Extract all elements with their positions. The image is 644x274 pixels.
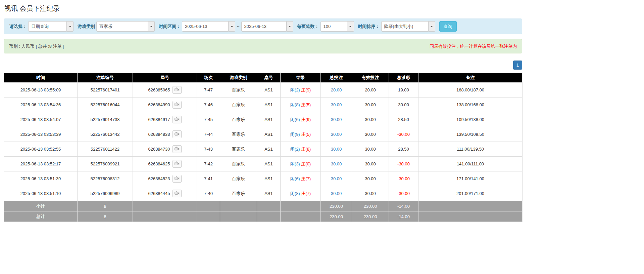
result-banker: 庄(5) [301,102,311,107]
date-from-dropdown-button[interactable] [229,21,235,32]
total-bet-link[interactable]: 30.00 [331,176,342,181]
cell-result: 闲(6) 庄(9) [281,112,321,127]
video-icon [175,161,180,167]
cell-time: 2025-06-13 03:54:07 [4,112,78,127]
total-row: 总计 8 230.00 230.00 -14.00 [4,211,523,222]
cell-total-bet: 30.00 [321,157,352,171]
game-type-input[interactable] [96,21,148,32]
select-type-input[interactable] [28,21,67,32]
result-player: 闲(9) [290,132,300,137]
round-number: 626384917 [148,117,170,122]
view-round-video-button[interactable] [172,175,182,183]
game-type-combo [96,21,155,32]
total-bet-link[interactable]: 20.00 [331,87,342,92]
cell-valid-bet: 30.00 [352,186,389,201]
cell-bet-id: 522576014738 [78,112,133,127]
view-round-video-button[interactable] [172,190,182,197]
time-sort-input[interactable] [381,21,429,32]
game-type-dropdown-button[interactable] [148,21,155,32]
cell-time: 2025-06-13 03:53:39 [4,127,78,142]
total-label: 总计 [4,211,78,222]
total-bet-link[interactable]: 30.00 [331,147,342,152]
header-table-no: 桌号 [257,73,281,83]
cell-remark: 201.00/171.00 [418,186,523,201]
cell-game-type: 百家乐 [220,83,257,97]
cell-game-type: 百家乐 [220,112,257,127]
cell-game-type: 百家乐 [220,97,257,112]
payout-value: 19.00 [398,87,409,92]
header-time: 时间 [4,73,78,83]
video-icon [175,147,180,152]
subtotal-payout: -14.00 [389,201,418,211]
query-button[interactable]: 查询 [439,21,457,32]
result-banker: 庄(7) [301,191,311,196]
total-valid-bet: 230.00 [352,211,389,222]
records-table: 时间 注单编号 局号 场次 游戏类别 桌号 结果 总投注 有效投注 总派彩 备注… [4,73,523,222]
table-header-row: 时间 注单编号 局号 场次 游戏类别 桌号 结果 总投注 有效投注 总派彩 备注 [4,73,523,83]
empty-cell [418,211,523,222]
cell-total-bet: 30.00 [321,186,352,201]
view-round-video-button[interactable] [172,130,182,138]
table-row: 2025-06-13 03:54:07522576014738626384917… [4,112,523,127]
view-round-video-button[interactable] [172,160,182,168]
table-row: 2025-06-13 03:55:09522576017401626385065… [4,83,523,97]
cell-time: 2025-06-13 03:52:17 [4,157,78,171]
total-bet-link[interactable]: 30.00 [331,191,342,196]
payout-value: 28.50 [398,147,409,152]
cell-time: 2025-06-13 03:51:39 [4,171,78,186]
cell-session: 7-41 [197,171,220,186]
select-type-dropdown-button[interactable] [67,21,73,32]
date-from-input[interactable] [182,21,229,32]
view-round-video-button[interactable] [172,116,182,123]
page-size-input[interactable] [320,21,347,32]
date-to-input[interactable] [241,21,287,32]
page-size-dropdown-button[interactable] [347,21,354,32]
video-icon [175,132,180,137]
round-number: 626384445 [148,191,170,196]
caret-down-icon [231,26,233,27]
subtotal-row: 小计 8 230.00 230.00 -14.00 [4,201,523,211]
select-type-label: 请选择： [9,24,27,30]
total-payout: -14.00 [389,211,418,222]
total-bet-link[interactable]: 30.00 [331,161,342,166]
date-from-combo [182,21,235,32]
cell-result: 闲(2) 庄(8) [281,142,321,157]
cell-game-type: 百家乐 [220,127,257,142]
view-round-video-button[interactable] [172,101,182,109]
cell-total-bet: 30.00 [321,127,352,142]
total-bet-link[interactable]: 30.00 [331,132,342,137]
cell-table-no: AS1 [257,112,281,127]
date-to-dropdown-button[interactable] [287,21,293,32]
page-button-1[interactable]: 1 [513,61,522,70]
total-bet-link[interactable]: 30.00 [331,117,342,122]
result-banker: 庄(5) [301,132,311,137]
cell-result: 闲(8) 庄(5) [281,97,321,112]
summary-bar: 币别 : 人民币 | 总共 :8 注单 | 同局有效投注，统一计算在该局第一张注… [4,39,522,53]
header-bet-id: 注单编号 [78,73,133,83]
caret-down-icon [349,26,352,27]
total-total-bet: 230.00 [321,211,352,222]
empty-cell [197,201,220,211]
pagination: 1 [4,61,522,69]
payout-value: 28.50 [398,117,409,122]
cell-payout: 28.50 [389,112,418,127]
cell-valid-bet: 30.00 [352,97,389,112]
cell-valid-bet: 20.00 [352,83,389,97]
cell-bet-id: 522576009921 [78,157,133,171]
table-row: 2025-06-13 03:51:10522576006989626384445… [4,186,523,201]
page-size-label: 每页笔数： [297,24,319,30]
time-sort-dropdown-button[interactable] [429,21,435,32]
total-bet-link[interactable]: 30.00 [331,102,342,107]
header-payout: 总派彩 [389,73,418,83]
view-round-video-button[interactable] [172,86,182,94]
result-player: 闲(8) [290,191,300,196]
cell-bet-id: 522576016044 [78,97,133,112]
view-round-video-button[interactable] [172,145,182,153]
cell-session: 7-40 [197,186,220,201]
round-number: 626385065 [148,87,170,92]
payout-value: 30.00 [398,102,409,107]
table-row: 2025-06-13 03:52:55522576011422626384730… [4,142,523,157]
time-sort-combo [381,21,435,32]
cell-table-no: AS1 [257,97,281,112]
cell-result: 闲(3) 庄(0) [281,157,321,171]
